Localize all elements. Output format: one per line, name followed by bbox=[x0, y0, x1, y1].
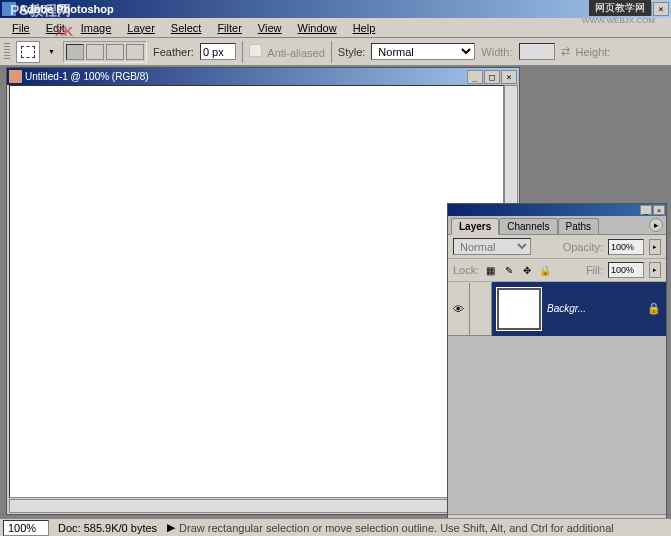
opacity-label: Opacity: bbox=[563, 241, 603, 253]
status-bar: 100% Doc: 585.9K/0 bytes ▶ Draw rectangu… bbox=[0, 518, 671, 536]
tab-paths[interactable]: Paths bbox=[558, 218, 600, 234]
doc-size-label[interactable]: Doc: 585.9K/0 bytes bbox=[52, 522, 163, 534]
eye-icon: 👁 bbox=[453, 303, 464, 315]
layers-panel[interactable]: _ × Layers Channels Paths ▸ Normal Opaci… bbox=[447, 203, 667, 518]
menu-edit[interactable]: Edit bbox=[38, 20, 73, 36]
canvas[interactable] bbox=[9, 85, 504, 498]
layer-mask-button[interactable]: ◐ bbox=[558, 518, 574, 519]
doc-maximize-button[interactable]: □ bbox=[484, 70, 500, 84]
selection-new-button[interactable] bbox=[66, 44, 84, 60]
opacity-input[interactable]: 100% bbox=[608, 239, 644, 255]
separator bbox=[242, 41, 243, 63]
doc-close-button[interactable]: × bbox=[501, 70, 517, 84]
menu-layer[interactable]: Layer bbox=[119, 20, 163, 36]
antialias-checkbox bbox=[249, 44, 262, 57]
lock-icon: 🔒 bbox=[647, 302, 661, 315]
horizontal-scrollbar[interactable] bbox=[9, 499, 504, 513]
tab-channels[interactable]: Channels bbox=[499, 218, 557, 234]
panel-footer: ⚙ ◐ 📁 ◑ ▣ 🗑 bbox=[448, 514, 666, 518]
height-label: Height: bbox=[576, 46, 611, 58]
width-input bbox=[519, 43, 555, 60]
layer-thumbnail[interactable] bbox=[497, 288, 541, 330]
document-titlebar[interactable]: Untitled-1 @ 100% (RGB/8) _ □ × bbox=[7, 68, 519, 85]
feather-input[interactable] bbox=[200, 43, 236, 60]
style-label: Style: bbox=[338, 46, 366, 58]
layer-link-toggle[interactable] bbox=[470, 283, 492, 335]
blend-mode-select[interactable]: Normal bbox=[453, 238, 531, 255]
tab-layers[interactable]: Layers bbox=[451, 218, 499, 235]
doc-minimize-button[interactable]: _ bbox=[467, 70, 483, 84]
selection-add-button[interactable] bbox=[86, 44, 104, 60]
menu-window[interactable]: Window bbox=[290, 20, 345, 36]
document-icon bbox=[9, 70, 22, 83]
panel-titlebar[interactable]: _ × bbox=[448, 204, 666, 216]
style-select[interactable]: Normal bbox=[371, 43, 475, 60]
lock-position-icon[interactable]: ✥ bbox=[520, 264, 533, 277]
selection-intersect-button[interactable] bbox=[126, 44, 144, 60]
brand-badge: 网页教学网 bbox=[589, 0, 651, 16]
layer-row[interactable]: 👁 Backgr... 🔒 bbox=[448, 282, 666, 336]
menu-image[interactable]: Image bbox=[73, 20, 120, 36]
new-layer-button[interactable]: ▣ bbox=[624, 518, 640, 519]
layer-name[interactable]: Backgr... bbox=[547, 303, 641, 314]
new-set-button[interactable]: 📁 bbox=[580, 518, 596, 519]
width-label: Width: bbox=[481, 46, 512, 58]
workspace: Untitled-1 @ 100% (RGB/8) _ □ × _ × Laye… bbox=[0, 66, 671, 518]
opacity-slider-button[interactable]: ▸ bbox=[649, 239, 661, 255]
lock-label: Lock: bbox=[453, 264, 479, 276]
layer-selected-area[interactable]: Backgr... 🔒 bbox=[492, 282, 666, 336]
layer-style-button[interactable]: ⚙ bbox=[536, 518, 552, 519]
grip-icon[interactable] bbox=[4, 43, 10, 61]
menu-select[interactable]: Select bbox=[163, 20, 210, 36]
menu-help[interactable]: Help bbox=[345, 20, 384, 36]
tool-preset-picker[interactable] bbox=[16, 41, 40, 63]
layers-list[interactable]: 👁 Backgr... 🔒 bbox=[448, 282, 666, 514]
panel-tabs: Layers Channels Paths ▸ bbox=[448, 216, 666, 234]
antialias-option: Anti-aliased bbox=[249, 44, 325, 59]
feather-label: Feather: bbox=[153, 46, 194, 58]
fill-label: Fill: bbox=[586, 264, 603, 276]
close-button[interactable]: × bbox=[653, 2, 669, 16]
app-icon bbox=[2, 2, 16, 16]
panel-body: Normal Opacity: 100% ▸ Lock: ▦ ✎ ✥ 🔒 Fil… bbox=[448, 234, 666, 518]
panel-close-button[interactable]: × bbox=[653, 205, 665, 215]
layer-visibility-toggle[interactable]: 👁 bbox=[448, 283, 470, 335]
delete-layer-button[interactable]: 🗑 bbox=[646, 518, 662, 519]
marquee-icon bbox=[21, 46, 35, 58]
panel-menu-button[interactable]: ▸ bbox=[649, 218, 663, 232]
app-title: Adobe Photoshop bbox=[19, 3, 619, 15]
status-menu-arrow[interactable]: ▶ bbox=[163, 521, 179, 534]
lock-all-icon[interactable]: 🔒 bbox=[538, 264, 551, 277]
brand-url: WWW.WEBJX.COM bbox=[582, 16, 655, 25]
chevron-down-icon[interactable]: ▼ bbox=[46, 48, 57, 55]
document-title: Untitled-1 @ 100% (RGB/8) bbox=[25, 71, 467, 82]
lock-pixels-icon[interactable]: ✎ bbox=[502, 264, 515, 277]
menu-filter[interactable]: Filter bbox=[209, 20, 249, 36]
zoom-input[interactable]: 100% bbox=[3, 520, 49, 536]
fill-input[interactable]: 100% bbox=[608, 262, 644, 278]
app-titlebar: Adobe Photoshop _ □ × bbox=[0, 0, 671, 18]
menu-view[interactable]: View bbox=[250, 20, 290, 36]
selection-subtract-button[interactable] bbox=[106, 44, 124, 60]
menu-file[interactable]: File bbox=[4, 20, 38, 36]
options-bar: ▼ Feather: Anti-aliased Style: Normal Wi… bbox=[0, 38, 671, 66]
panel-minimize-button[interactable]: _ bbox=[640, 205, 652, 215]
menubar: File Edit Image Layer Select Filter View… bbox=[0, 18, 671, 38]
separator bbox=[331, 41, 332, 63]
lock-transparency-icon[interactable]: ▦ bbox=[484, 264, 497, 277]
selection-mode-group bbox=[63, 41, 147, 63]
adjustment-layer-button[interactable]: ◑ bbox=[602, 518, 618, 519]
swap-icon: ⇄ bbox=[561, 45, 570, 58]
status-hint: Draw rectangular selection or move selec… bbox=[179, 522, 671, 534]
document-window[interactable]: Untitled-1 @ 100% (RGB/8) _ □ × bbox=[6, 67, 520, 515]
fill-slider-button[interactable]: ▸ bbox=[649, 262, 661, 278]
antialias-label: Anti-aliased bbox=[267, 47, 324, 59]
